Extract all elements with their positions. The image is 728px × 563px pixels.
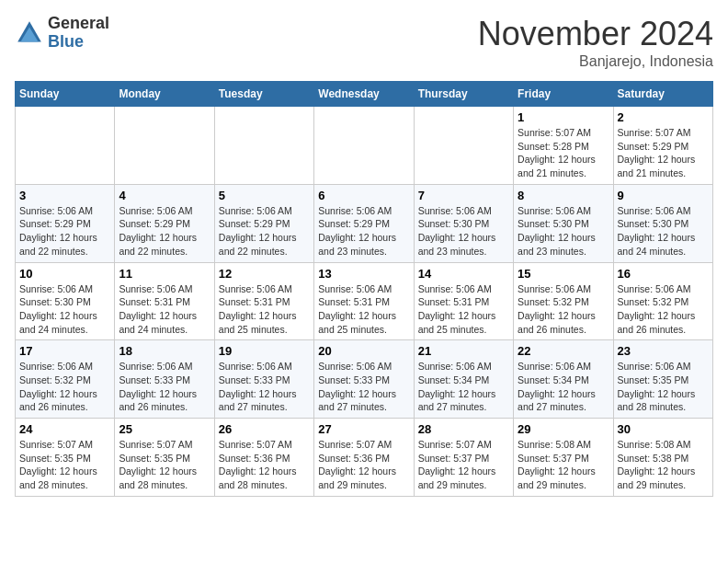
calendar-week-row: 17Sunrise: 5:06 AM Sunset: 5:32 PM Dayli… — [16, 340, 713, 419]
weekday-header: Saturday — [613, 82, 712, 107]
day-number: 29 — [518, 422, 609, 436]
day-info: Sunrise: 5:06 AM Sunset: 5:29 PM Dayligh… — [318, 204, 409, 259]
day-number: 6 — [318, 189, 409, 202]
calendar-week-row: 10Sunrise: 5:06 AM Sunset: 5:30 PM Dayli… — [16, 262, 713, 340]
calendar-cell — [414, 107, 513, 185]
day-info: Sunrise: 5:07 AM Sunset: 5:29 PM Dayligh… — [618, 126, 709, 180]
calendar-cell: 12Sunrise: 5:06 AM Sunset: 5:31 PM Dayli… — [214, 262, 313, 340]
day-number: 11 — [119, 267, 210, 281]
weekday-header: Thursday — [414, 82, 513, 107]
calendar-cell: 13Sunrise: 5:06 AM Sunset: 5:31 PM Dayli… — [314, 262, 414, 340]
logo: General Blue — [15, 15, 109, 52]
calendar-cell: 19Sunrise: 5:06 AM Sunset: 5:33 PM Dayli… — [214, 340, 313, 419]
calendar-week-row: 3Sunrise: 5:06 AM Sunset: 5:29 PM Daylig… — [16, 184, 713, 262]
weekday-header: Wednesday — [314, 82, 414, 107]
day-info: Sunrise: 5:06 AM Sunset: 5:30 PM Dayligh… — [19, 282, 110, 337]
day-number: 17 — [19, 344, 110, 358]
logo-blue: Blue — [48, 32, 84, 51]
day-number: 5 — [219, 189, 310, 202]
calendar-cell: 24Sunrise: 5:07 AM Sunset: 5:35 PM Dayli… — [16, 419, 115, 497]
day-number: 24 — [19, 422, 110, 436]
day-number: 21 — [418, 344, 509, 358]
calendar-cell: 22Sunrise: 5:06 AM Sunset: 5:34 PM Dayli… — [514, 340, 613, 419]
calendar-cell: 7Sunrise: 5:06 AM Sunset: 5:30 PM Daylig… — [414, 184, 513, 262]
day-info: Sunrise: 5:06 AM Sunset: 5:31 PM Dayligh… — [119, 282, 210, 337]
day-info: Sunrise: 5:06 AM Sunset: 5:30 PM Dayligh… — [418, 204, 509, 259]
day-number: 22 — [518, 344, 609, 358]
day-number: 26 — [219, 422, 310, 436]
day-number: 8 — [518, 189, 609, 202]
calendar: SundayMondayTuesdayWednesdayThursdayFrid… — [15, 81, 713, 497]
day-number: 10 — [19, 267, 110, 281]
day-info: Sunrise: 5:07 AM Sunset: 5:28 PM Dayligh… — [518, 126, 609, 180]
calendar-cell — [16, 107, 115, 185]
day-info: Sunrise: 5:06 AM Sunset: 5:31 PM Dayligh… — [418, 282, 509, 337]
day-number: 27 — [318, 422, 409, 436]
day-number: 14 — [418, 267, 509, 281]
day-info: Sunrise: 5:06 AM Sunset: 5:34 PM Dayligh… — [418, 360, 509, 414]
logo-general: General — [48, 14, 109, 32]
day-number: 4 — [119, 189, 210, 202]
day-info: Sunrise: 5:06 AM Sunset: 5:30 PM Dayligh… — [618, 204, 709, 259]
day-number: 15 — [518, 267, 609, 281]
day-number: 13 — [318, 267, 409, 281]
day-number: 9 — [618, 189, 709, 202]
month-title: November 2024 — [478, 15, 713, 53]
calendar-cell: 9Sunrise: 5:06 AM Sunset: 5:30 PM Daylig… — [613, 184, 712, 262]
day-number: 23 — [618, 344, 709, 358]
day-info: Sunrise: 5:06 AM Sunset: 5:31 PM Dayligh… — [219, 282, 310, 337]
day-number: 30 — [618, 422, 709, 436]
calendar-cell: 10Sunrise: 5:06 AM Sunset: 5:30 PM Dayli… — [16, 262, 115, 340]
day-number: 18 — [119, 344, 210, 358]
logo-icon — [15, 18, 44, 48]
day-info: Sunrise: 5:06 AM Sunset: 5:30 PM Dayligh… — [518, 204, 609, 259]
day-number: 2 — [618, 110, 709, 124]
day-info: Sunrise: 5:06 AM Sunset: 5:29 PM Dayligh… — [119, 204, 210, 259]
day-info: Sunrise: 5:07 AM Sunset: 5:35 PM Dayligh… — [19, 438, 110, 492]
day-info: Sunrise: 5:06 AM Sunset: 5:33 PM Dayligh… — [119, 360, 210, 414]
day-number: 12 — [219, 267, 310, 281]
day-info: Sunrise: 5:06 AM Sunset: 5:29 PM Dayligh… — [19, 204, 110, 259]
day-info: Sunrise: 5:06 AM Sunset: 5:33 PM Dayligh… — [318, 360, 409, 414]
calendar-cell: 4Sunrise: 5:06 AM Sunset: 5:29 PM Daylig… — [115, 184, 214, 262]
day-info: Sunrise: 5:07 AM Sunset: 5:36 PM Dayligh… — [219, 438, 310, 492]
weekday-header: Friday — [514, 82, 613, 107]
calendar-cell: 16Sunrise: 5:06 AM Sunset: 5:32 PM Dayli… — [613, 262, 712, 340]
calendar-cell: 8Sunrise: 5:06 AM Sunset: 5:30 PM Daylig… — [514, 184, 613, 262]
day-info: Sunrise: 5:06 AM Sunset: 5:35 PM Dayligh… — [618, 360, 709, 414]
day-info: Sunrise: 5:06 AM Sunset: 5:32 PM Dayligh… — [518, 282, 609, 337]
page-header: General Blue November 2024 Banjarejo, In… — [15, 15, 713, 70]
calendar-cell: 5Sunrise: 5:06 AM Sunset: 5:29 PM Daylig… — [214, 184, 313, 262]
day-number: 7 — [418, 189, 509, 202]
calendar-cell: 11Sunrise: 5:06 AM Sunset: 5:31 PM Dayli… — [115, 262, 214, 340]
day-number: 25 — [119, 422, 210, 436]
calendar-cell: 15Sunrise: 5:06 AM Sunset: 5:32 PM Dayli… — [514, 262, 613, 340]
weekday-header: Tuesday — [214, 82, 313, 107]
day-info: Sunrise: 5:08 AM Sunset: 5:38 PM Dayligh… — [618, 438, 709, 492]
day-number: 19 — [219, 344, 310, 358]
day-info: Sunrise: 5:07 AM Sunset: 5:36 PM Dayligh… — [318, 438, 409, 492]
calendar-cell: 17Sunrise: 5:06 AM Sunset: 5:32 PM Dayli… — [16, 340, 115, 419]
day-number: 28 — [418, 422, 509, 436]
day-info: Sunrise: 5:07 AM Sunset: 5:35 PM Dayligh… — [119, 438, 210, 492]
calendar-cell: 23Sunrise: 5:06 AM Sunset: 5:35 PM Dayli… — [613, 340, 712, 419]
calendar-cell: 25Sunrise: 5:07 AM Sunset: 5:35 PM Dayli… — [115, 419, 214, 497]
calendar-cell: 18Sunrise: 5:06 AM Sunset: 5:33 PM Dayli… — [115, 340, 214, 419]
calendar-cell — [214, 107, 313, 185]
calendar-cell — [314, 107, 414, 185]
weekday-header: Sunday — [16, 82, 115, 107]
day-number: 1 — [518, 110, 609, 124]
day-number: 20 — [318, 344, 409, 358]
calendar-cell: 30Sunrise: 5:08 AM Sunset: 5:38 PM Dayli… — [613, 419, 712, 497]
calendar-cell: 1Sunrise: 5:07 AM Sunset: 5:28 PM Daylig… — [514, 107, 613, 185]
logo-text: General Blue — [48, 15, 109, 52]
calendar-cell: 2Sunrise: 5:07 AM Sunset: 5:29 PM Daylig… — [613, 107, 712, 185]
calendar-week-row: 24Sunrise: 5:07 AM Sunset: 5:35 PM Dayli… — [16, 419, 713, 497]
weekday-header-row: SundayMondayTuesdayWednesdayThursdayFrid… — [16, 82, 713, 107]
calendar-cell: 6Sunrise: 5:06 AM Sunset: 5:29 PM Daylig… — [314, 184, 414, 262]
day-info: Sunrise: 5:06 AM Sunset: 5:34 PM Dayligh… — [518, 360, 609, 414]
calendar-cell: 21Sunrise: 5:06 AM Sunset: 5:34 PM Dayli… — [414, 340, 513, 419]
calendar-cell: 28Sunrise: 5:07 AM Sunset: 5:37 PM Dayli… — [414, 419, 513, 497]
day-number: 16 — [618, 267, 709, 281]
day-number: 3 — [19, 189, 110, 202]
